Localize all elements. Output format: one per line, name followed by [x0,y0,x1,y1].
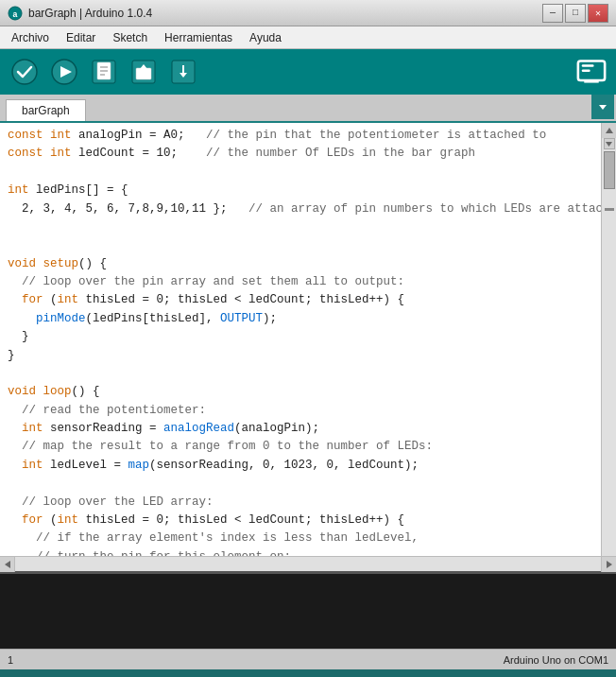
save-button[interactable] [166,55,200,89]
editor-wrapper: const int analogPin = A0; // the pin tha… [0,123,616,556]
svg-rect-11 [136,68,151,79]
svg-marker-24 [5,561,10,568]
menu-sketch[interactable]: Sketch [105,29,155,46]
toolbar [0,49,616,95]
tab-bar: barGraph [0,95,616,123]
upload-icon [51,59,77,85]
svg-rect-17 [582,64,594,67]
menu-ayuda[interactable]: Ayuda [242,29,289,46]
board-info: Arduino Uno on COM1 [504,654,608,666]
new-button[interactable] [87,55,121,89]
window-controls: — □ ✕ [542,4,608,23]
scroll-up-icon [606,128,613,133]
verify-icon [11,59,38,85]
scroll-right-button[interactable] [601,557,616,572]
svg-marker-23 [606,142,612,147]
scrollbar-thumb[interactable] [604,151,615,189]
tab-bargraph[interactable]: barGraph [6,99,86,121]
svg-marker-21 [599,105,607,110]
menu-editar[interactable]: Editar [59,29,103,46]
toolbar-left [8,55,200,89]
menu-bar: Archivo Editar Sketch Herramientas Ayuda [0,26,616,49]
code-editor[interactable]: const int analogPin = A0; // the pin tha… [0,123,601,556]
scroll-left-icon [5,561,10,568]
scrollbar-h-track[interactable] [15,557,601,571]
open-icon [130,59,157,85]
console-output [0,571,616,649]
chevron-down-icon [597,101,608,113]
svg-text:a: a [12,10,18,20]
tab-bar-left: barGraph [6,99,88,121]
horizontal-scrollbar[interactable] [0,556,616,571]
title-bar-left: a barGraph | Arduino 1.0.4 [8,6,152,21]
status-bar: 1 Arduino Uno on COM1 [0,649,616,669]
close-button[interactable]: ✕ [588,4,608,23]
scrollbar-up-button[interactable] [601,123,616,138]
scroll-down-icon [606,142,612,147]
scrollbar-down-indicator[interactable] [604,138,615,149]
menu-archivo[interactable]: Archivo [4,29,57,46]
maximize-button[interactable]: □ [565,4,586,23]
scroll-right-icon [607,561,612,568]
new-icon [91,59,117,85]
save-icon [170,59,197,85]
tab-dropdown-button[interactable] [591,95,614,119]
upload-button[interactable] [47,55,81,89]
line-number: 1 [8,654,13,666]
svg-rect-18 [582,69,590,72]
open-button[interactable] [127,55,161,89]
serial-monitor-icon [574,55,608,89]
svg-marker-22 [606,128,613,133]
title-bar: a barGraph | Arduino 1.0.4 — □ ✕ [0,0,616,26]
vertical-scrollbar[interactable] [601,123,616,556]
title-text: barGraph | Arduino 1.0.4 [28,7,152,20]
app-icon: a [8,6,23,21]
code-content: const int analogPin = A0; // the pin tha… [8,127,601,556]
menu-herramientas[interactable]: Herramientas [157,29,240,46]
svg-marker-25 [607,561,612,568]
serial-monitor-button[interactable] [574,55,608,89]
scroll-left-button[interactable] [0,557,15,572]
verify-button[interactable] [8,55,42,89]
minimize-button[interactable]: — [542,4,563,23]
scrollbar-gripper [605,208,614,211]
svg-point-2 [12,60,37,84]
